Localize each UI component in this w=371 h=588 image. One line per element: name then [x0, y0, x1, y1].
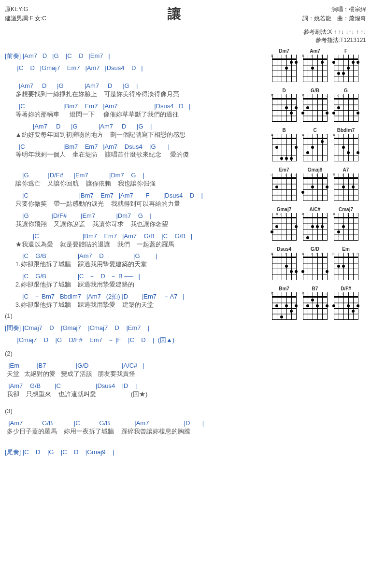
chord-name: Gmaj9 [300, 167, 329, 172]
chord-line: [前奏] |Am7 D |G |C D |Em7 | [5, 52, 265, 60]
chord-diagram-gmaj9: Gmaj9○○ [300, 167, 329, 201]
chord-name: Gmaj7 [270, 207, 299, 212]
chord-name: G [331, 88, 360, 93]
chord-line: |G |D/F# |Em7 |Dm7 G | [5, 172, 265, 180]
chord-diagram-bbdim7: Bbdim7✕ [331, 128, 360, 161]
chord-name: D [270, 88, 299, 93]
chord-diagram-g: G○○ [331, 88, 360, 122]
strum-pattern: 參考刷法:X ↑ ↑↓ ↓↑↓ ↑ ↑↓ [5, 28, 366, 36]
chord-diagram-f: F [331, 48, 360, 82]
lyric-line: 2.妳卻跟他拆了城牆 踩過我用摯愛建築的 [5, 281, 265, 289]
chord-line: |Am7 G/B |C |Dsus4 |D | [5, 382, 265, 390]
chord-name: Em [331, 246, 360, 252]
fretboard: ✕○ [303, 213, 328, 241]
chord-diagram-b: B✕ [270, 128, 299, 161]
chord-diagram-ac: A/C#✕○ [300, 207, 329, 241]
fretboard: ✕○ [272, 55, 297, 82]
chord-name: Am7 [300, 48, 329, 54]
chord-name: G/D [300, 246, 329, 252]
fretboard: ✕ [334, 134, 358, 161]
chord-line: |Am7 D |G |Am7 D |G | [5, 82, 265, 90]
chord-diagram-dm7: Dm7✕○ [270, 48, 299, 82]
chord-name: B7 [300, 286, 329, 291]
lyric-line: 只要你微笑 帶一點感動的淚光 我就得到可以再給的力量 [5, 200, 265, 208]
lyrics-column: [前奏] |Am7 D |G |C D |Em7 | |C D |Gmaj7 E… [5, 48, 265, 456]
chord-line: |Am7 G/B |C G/B |Am7 |D | [5, 419, 265, 428]
lyric-line: 1.妳卻跟他拆了城牆 踩過我用摯愛建築的天堂 [5, 260, 265, 269]
song-title: 讓 [46, 5, 302, 23]
chord-name: A7 [331, 167, 360, 172]
chord-diagram-dsus4: Dsus4✕○ [270, 246, 299, 280]
chord-line: |C － Bm7 Bbdim7 |Am7 (2拍) |D |Em7 －A7 | [5, 293, 265, 301]
chord-diagram-a7: A7✕○○ [331, 167, 360, 201]
header: 原KEY:G 建議男調:F 女:C 讓 演唱：楊宗緯 詞：姚若龍 曲：蕭煌奇 [5, 5, 366, 23]
chord-line: |C |Bm7 Em7 |Am7 G/B |C G/B | [5, 232, 265, 241]
lyric-line: (1) [5, 312, 265, 320]
chord-diagram-c: C✕○○ [300, 128, 329, 161]
fretboard: ✕○ [272, 253, 297, 280]
chord-name: F [331, 48, 360, 54]
chord-line: |C |Bm7 Em7 |Am7 |Dsus4 D | [5, 102, 265, 111]
chord-diagram-gd: G/D✕○○○ [300, 246, 329, 280]
chord-diagram-em: Em○○○○ [331, 246, 360, 280]
chord-name: C [300, 128, 329, 133]
key-info: 原KEY:G 建議男調:F 女:C [5, 5, 46, 23]
chord-line: |C |Bm7 Em7 |Am7 Dsus4 |G | [5, 143, 265, 151]
suggested-key: 建議男調:F 女:C [5, 14, 46, 23]
lyric-line: 多少日子蓋的羅馬 妳用一夜拆了城牆 踩碎我曾讓妳棲息的胸膛 [5, 428, 265, 436]
fretboard: ✕○○○ [334, 213, 358, 241]
chord-line: |Em |B7 |G/D |A/C# | [5, 362, 265, 370]
fretboard: ✕ [272, 292, 297, 320]
lyric-line: (2) [5, 350, 265, 358]
chord-name: Dsus4 [270, 246, 299, 252]
chord-name: A/C# [300, 207, 329, 212]
chord-diagram-gb: G/B✕○ [300, 88, 329, 122]
chord-diagram-bm7: Bm7✕ [270, 286, 299, 320]
chord-line: |Am7 D |G |Am7 D |G | [5, 123, 265, 131]
chord-name: D/F# [331, 286, 360, 291]
fretboard: ○ [334, 292, 358, 320]
lyric-line: 等著妳的那輛車 燈閃一下 像催妳草草斷了我們的過往 [5, 111, 265, 119]
fretboard [334, 55, 358, 82]
credits: 演唱：楊宗緯 詞：姚若龍 曲：蕭煌奇 [302, 5, 366, 23]
chord-diagram-em7: Em7○○○○ [270, 167, 299, 201]
lyric-line: ▲約好要每年回到初擁吻的地方 劃一個記號寫下相戀的感想 [5, 131, 265, 139]
fretboard: ✕○○ [272, 213, 297, 241]
chord-name: Dm7 [270, 48, 299, 54]
chord-diagrams-column: Dm7✕○Am7✕○○FD✕○G/B✕○G○○B✕C✕○○Bbdim7✕Em7○… [270, 48, 366, 456]
fretboard: ✕○ [303, 292, 328, 320]
lyric-line: 多想要找到一絲掙扎在妳臉上 可是妳美得冷得淡得像月亮 [5, 90, 265, 99]
chord-name: Bm7 [270, 286, 299, 291]
performer: 演唱：楊宗緯 [302, 5, 366, 14]
lyric-line: (3) [5, 407, 265, 416]
lyric-line: 讓你逃亡 又讓你回航 讓你依賴 我也讓你倔強 [5, 180, 265, 188]
play-patterns: 參考刷法:X ↑ ↑↓ ↓↑↓ ↑ ↑↓ 參考指法:T1213121 [5, 28, 366, 44]
chord-line: |C G/B |C － D － B ── | [5, 272, 265, 281]
fretboard: ✕○ [272, 94, 297, 122]
chord-diagrams-grid: Dm7✕○Am7✕○○FD✕○G/B✕○G○○B✕C✕○○Bbdim7✕Em7○… [270, 48, 366, 324]
fretboard: ○○○○ [272, 173, 297, 201]
lyric-line: 天堂 太絕對的愛 變成了活該 朋友要我責怪 [5, 370, 265, 378]
chord-line: |C D |Gmaj7 Em7 |Am7 |Dsus4 D | [5, 64, 265, 72]
fretboard: ○○ [303, 173, 328, 201]
chord-diagram-b7: B7✕○ [300, 286, 329, 320]
lyric-line: 我讓你飛翔 又讓你說謊 我讓你苛求 我也讓你奢望 [5, 220, 265, 229]
fretboard: ○○ [334, 94, 358, 122]
content-area: [前奏] |Am7 D |G |C D |Em7 | |C D |Gmaj7 E… [5, 48, 366, 456]
original-key: 原KEY:G [5, 5, 46, 14]
fretboard: ✕○○○ [303, 253, 328, 280]
chord-diagram-d: D✕○ [270, 88, 299, 122]
chord-line: |C G/B |Am7 D |G | [5, 252, 265, 260]
chord-name: Bbdim7 [331, 128, 360, 133]
chord-diagram-am7: Am7✕○○ [300, 48, 329, 82]
chord-diagram-gmaj7: Gmaj7✕○○ [270, 207, 299, 241]
fretboard: ✕ [272, 134, 297, 161]
chord-name: G/B [300, 88, 329, 93]
lyric-line: 我卻 只想重來 也許這就叫愛 (回★) [5, 390, 265, 399]
chord-diagram-cmaj7: Cmaj7✕○○○ [331, 207, 360, 241]
lyric-line: 等明年我剩一個人 坐在堤防 該唱首什麼歌來紀念 愛的傻 [5, 151, 265, 159]
lyric-line: ★我還以為愛 就是要體貼的退讓 我們 一起蓋的羅馬 [5, 241, 265, 249]
chord-diagram-df: D/F#○ [331, 286, 360, 320]
chord-name: Cmaj7 [331, 207, 360, 212]
chord-line: |Cmaj7 D |G D/F# Em7 － |F |C D | (回▲) [5, 336, 265, 344]
